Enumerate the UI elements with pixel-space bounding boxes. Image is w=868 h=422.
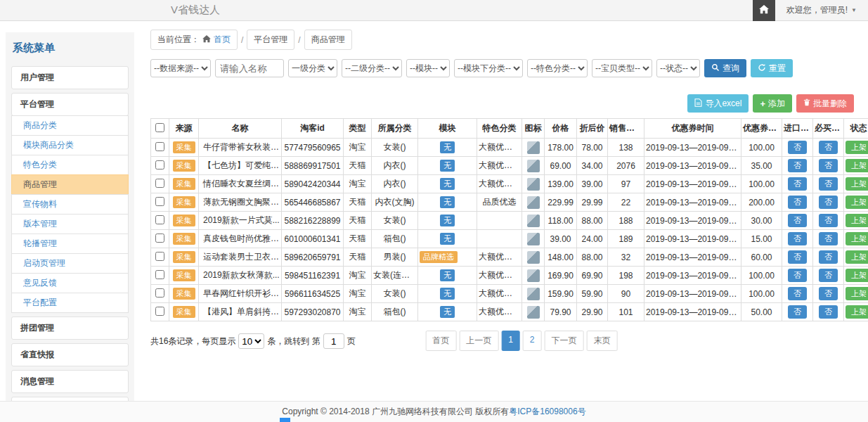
status-toggle[interactable]: 上架 (846, 232, 868, 245)
first-page-button[interactable]: 首页 (425, 331, 456, 351)
category-cell: 女装() (372, 285, 418, 303)
import-select-toggle[interactable]: 否 (788, 232, 807, 245)
must-buy-toggle[interactable]: 否 (819, 269, 838, 282)
sidebar-menu: 用户管理平台管理商品分类模块商品分类特色分类商品管理宣传物料版本管理轮播管理启动… (11, 66, 129, 422)
page-2-button[interactable]: 2 (523, 331, 542, 351)
import-select-toggle[interactable]: 否 (788, 287, 807, 300)
module-cell: 品牌精选爱上运动 (418, 248, 477, 267)
breadcrumb-item-1[interactable]: 平台管理 (247, 30, 294, 50)
breadcrumb-item-home[interactable]: 首页 (214, 34, 231, 46)
module-select[interactable]: --模块-- (406, 59, 450, 77)
import-select-toggle[interactable]: 否 (788, 305, 807, 319)
level2-category-select[interactable]: --二级分类-- (342, 59, 402, 77)
row-checkbox[interactable] (155, 252, 164, 261)
sidebar-item-10[interactable]: 启动页管理 (11, 253, 129, 274)
sidebar-item-3[interactable]: 商品分类 (11, 115, 129, 136)
import-select-toggle[interactable]: 否 (788, 141, 807, 154)
prev-page-button[interactable]: 上一页 (459, 331, 498, 351)
must-buy-toggle[interactable]: 否 (819, 159, 838, 172)
user-menu[interactable]: 欢迎您，管理员! ▼ (775, 4, 868, 16)
special-category-select[interactable]: --特色分类-- (527, 59, 588, 77)
sidebar-item-5[interactable]: 特色分类 (11, 155, 129, 175)
must-buy-toggle[interactable]: 否 (819, 250, 838, 264)
item-type-select[interactable]: --宝贝类型-- (592, 59, 652, 77)
must-buy-toggle[interactable]: 否 (819, 232, 838, 245)
special-category-cell: 大额优惠券 (477, 285, 522, 303)
sidebar-item-2[interactable]: 平台管理 (11, 93, 129, 116)
reset-button[interactable]: 重置 (751, 59, 793, 77)
import-select-toggle[interactable]: 否 (788, 214, 807, 227)
price-cell: 79.90 (545, 303, 577, 321)
status-toggle[interactable]: 上架 (846, 214, 868, 227)
add-button[interactable]: + 添加 (753, 94, 792, 113)
next-page-button[interactable]: 下一页 (545, 331, 584, 351)
must-buy-toggle[interactable]: 否 (819, 177, 838, 191)
level1-category-select[interactable]: 一级分类 (288, 59, 337, 77)
status-toggle[interactable]: 上架 (846, 287, 868, 300)
row-select-cell (151, 193, 169, 212)
must-buy-toggle[interactable]: 否 (819, 141, 838, 154)
row-checkbox[interactable] (155, 179, 164, 188)
search-button[interactable]: 查询 (704, 59, 746, 77)
last-page-button[interactable]: 末页 (587, 331, 618, 351)
must-buy-toggle[interactable]: 否 (819, 305, 838, 319)
source-badge: 采集 (173, 160, 195, 172)
sidebar-item-14[interactable]: 省直快报 (11, 343, 129, 366)
must-buy-cell: 否 (813, 248, 844, 267)
bulk-delete-button[interactable]: 批量删除 (796, 94, 854, 113)
sidebar-item-15[interactable]: 消息管理 (11, 370, 129, 393)
import-excel-button[interactable]: 导入excel (687, 94, 749, 113)
location-label: 当前位置： (157, 34, 200, 46)
breadcrumb-item-2[interactable]: 商品管理 (304, 30, 352, 50)
must-buy-toggle[interactable]: 否 (819, 287, 838, 300)
status-toggle[interactable]: 上架 (846, 159, 868, 172)
must-buy-toggle[interactable]: 否 (819, 214, 838, 227)
row-checkbox[interactable] (155, 288, 164, 298)
import-select-toggle[interactable]: 否 (788, 177, 807, 191)
status-toggle[interactable]: 上架 (846, 177, 868, 191)
home-button[interactable] (753, 0, 775, 21)
sidebar-item-4[interactable]: 模块商品分类 (11, 135, 129, 155)
status-select[interactable]: --状态-- (656, 59, 700, 77)
status-toggle[interactable]: 上架 (846, 269, 868, 282)
module-subcategory-select[interactable]: --模块下分类-- (454, 59, 523, 77)
row-checkbox[interactable] (155, 160, 164, 170)
row-checkbox[interactable] (155, 234, 164, 243)
row-checkbox[interactable] (155, 270, 164, 279)
import-select-toggle[interactable]: 否 (788, 269, 807, 282)
import-select-toggle[interactable]: 否 (788, 250, 807, 264)
table-row: 采集早春网红针织开衫女春...596611634525淘宝女装()无大额优惠券1… (151, 285, 868, 303)
row-checkbox[interactable] (155, 307, 164, 316)
row-checkbox[interactable] (155, 197, 164, 206)
sidebar-item-11[interactable]: 意见反馈 (11, 273, 129, 293)
sidebar-item-8[interactable]: 版本管理 (11, 214, 129, 234)
status-toggle[interactable]: 上架 (846, 141, 868, 154)
sidebar-item-6[interactable]: 商品管理 (11, 174, 129, 195)
taoke-id-cell: 596611634525 (282, 285, 344, 303)
import-select-toggle[interactable]: 否 (788, 196, 807, 209)
type-cell: 天猫 (344, 193, 372, 212)
name-input[interactable] (215, 59, 284, 77)
sidebar-item-9[interactable]: 轮播管理 (11, 234, 129, 254)
status-toggle[interactable]: 上架 (846, 305, 868, 319)
import-select-toggle[interactable]: 否 (788, 159, 807, 172)
per-page-select[interactable]: 10 (238, 333, 264, 349)
page-number-input[interactable] (323, 333, 344, 349)
source-badge: 采集 (173, 215, 195, 226)
sidebar-item-13[interactable]: 拼团管理 (11, 316, 129, 340)
status-toggle[interactable]: 上架 (846, 250, 868, 264)
row-checkbox[interactable] (155, 215, 164, 224)
sidebar-item-12[interactable]: 平台配置 (11, 293, 129, 313)
select-all-checkbox[interactable] (155, 123, 164, 132)
source-cell: 采集 (169, 193, 199, 212)
must-buy-toggle[interactable]: 否 (819, 196, 838, 209)
data-source-select[interactable]: --数据来源-- (150, 59, 211, 77)
breadcrumb-home[interactable]: 当前位置：首页 (150, 30, 238, 50)
row-checkbox[interactable] (155, 142, 164, 151)
status-toggle[interactable]: 上架 (846, 196, 868, 209)
sidebar-item-1[interactable]: 用户管理 (11, 66, 129, 89)
icp-link[interactable]: 粤ICP备16098006号 (509, 406, 585, 418)
sidebar-item-7[interactable]: 宣传物料 (11, 194, 129, 215)
page-1-button[interactable]: 1 (501, 331, 520, 351)
type-cell: 淘宝 (344, 139, 372, 157)
